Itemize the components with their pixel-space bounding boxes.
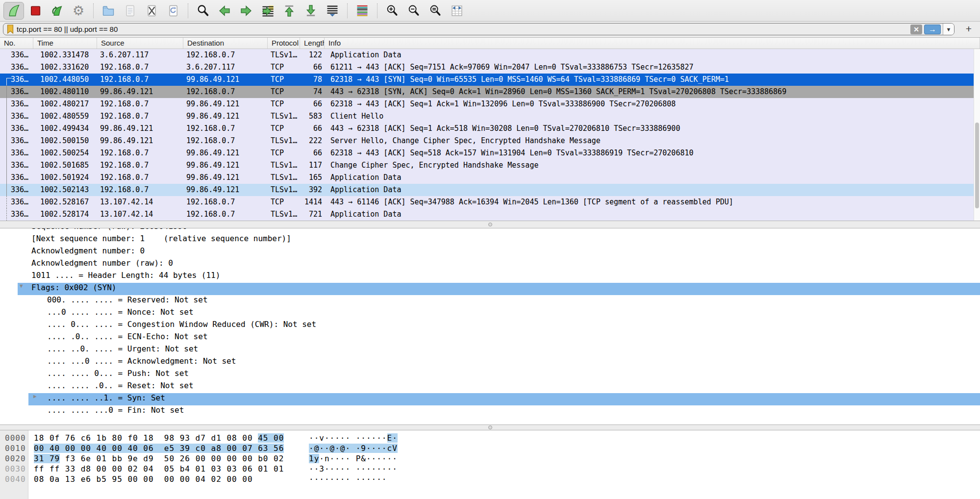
column-header-info[interactable]: Info [325, 38, 980, 49]
go-last-packet-button[interactable] [301, 2, 321, 20]
find-packet-button[interactable] [193, 2, 213, 20]
column-header-length[interactable]: Length [300, 38, 325, 49]
filter-clear-button[interactable]: ✕ [910, 25, 922, 34]
resize-columns-icon [450, 4, 464, 18]
packet-row[interactable]: 336…1002.480217192.168.0.799.86.49.121TC… [0, 98, 980, 110]
hex-ascii[interactable]: ··v····· ······E· [309, 433, 398, 443]
display-filter-field[interactable]: ✕ → ▼ [3, 23, 955, 35]
detail-row[interactable]: 1011 .... = Header Length: 44 bytes (11) [0, 271, 980, 283]
scrollbar-thumb[interactable] [975, 123, 979, 208]
column-header-no[interactable]: No. [0, 38, 33, 49]
detail-row[interactable]: Sequence number (raw): 2605041990 [0, 228, 980, 234]
detail-row[interactable]: .... .... .0.. = Reset: Not set [0, 381, 980, 393]
detail-text: Acknowledgment number (raw): 0 [31, 258, 173, 268]
close-file-button[interactable] [141, 2, 162, 20]
detail-row[interactable]: .... .... ...0 = Fin: Not set [0, 405, 980, 418]
packet-cell-destination: 99.86.49.121 [183, 159, 268, 172]
go-first-packet-button[interactable] [279, 2, 300, 20]
expander-closed-icon[interactable]: ▶ [33, 393, 37, 399]
hex-bytes[interactable]: 00 40 00 00 40 00 40 06 e5 39 c0 a8 00 0… [34, 444, 284, 453]
packet-cell-no: 336… [0, 196, 33, 208]
zoom-in-button[interactable] [382, 2, 402, 20]
hex-bytes[interactable]: ff ff 33 d8 00 00 02 04 05 b4 01 03 03 0… [34, 464, 284, 474]
bookmark-icon[interactable] [7, 25, 14, 34]
hex-ascii[interactable]: 1y·n···· P&······ [309, 454, 398, 463]
auto-scroll-icon [326, 4, 339, 18]
hex-offset: 0040 [5, 474, 26, 484]
column-header-source[interactable]: Source [97, 38, 183, 49]
packet-row[interactable]: 336…1002.50015099.86.49.121192.168.0.7TL… [0, 135, 980, 147]
save-file-button[interactable] [120, 2, 140, 20]
details-bytes-splitter[interactable] [0, 424, 980, 430]
capture-options-button[interactable]: ⚙ [68, 2, 89, 20]
colorize-packets-button[interactable] [352, 2, 373, 20]
column-header-destination[interactable]: Destination [183, 38, 268, 49]
packet-cell-protocol: TCP [268, 123, 300, 135]
hex-ascii[interactable]: ········ ······ [309, 474, 387, 484]
expander-open-icon[interactable]: ▼ [20, 283, 23, 289]
detail-row[interactable]: .... .0.. .... = ECN-Echo: Not set [0, 332, 980, 344]
arrow-left-icon [218, 4, 231, 18]
go-back-button[interactable] [214, 2, 235, 20]
packet-row[interactable]: 336…1002.501685192.168.0.799.86.49.121TL… [0, 159, 980, 172]
zoom-out-button[interactable] [403, 2, 424, 20]
toolbar-separator [93, 3, 94, 18]
packet-row[interactable]: 336…1002.52816713.107.42.14192.168.0.7TC… [0, 196, 980, 208]
detail-row[interactable]: Acknowledgment number (raw): 0 [0, 258, 980, 271]
detail-row[interactable]: 000. .... .... = Reserved: Not set [0, 295, 980, 307]
chevron-down-icon[interactable]: ▼ [943, 24, 954, 35]
packet-cell-info: Client Hello [325, 110, 980, 123]
start-capture-button[interactable] [3, 2, 24, 20]
restart-capture-button[interactable] [47, 2, 67, 20]
packet-row[interactable]: 336…1002.502143192.168.0.799.86.49.121TL… [0, 184, 980, 196]
hex-row: 002031 79 f3 6e 01 bb 9e d9 50 26 00 00 … [0, 454, 980, 464]
detail-row[interactable]: Acknowledgment number: 0 [0, 246, 980, 258]
detail-text: 000. .... .... = Reserved: Not set [47, 295, 208, 304]
list-details-splitter[interactable] [0, 221, 980, 228]
packet-cell-length: 117 [300, 159, 325, 172]
packet-cell-no: 336… [0, 110, 33, 123]
hex-ascii[interactable]: ··3····· ········ [309, 464, 398, 474]
column-header-time[interactable]: Time [33, 38, 97, 49]
resize-columns-button[interactable] [447, 2, 467, 20]
detail-row[interactable]: [Next sequence number: 1 (relative seque… [0, 234, 980, 246]
packet-row[interactable]: 336…1002.448050192.168.0.799.86.49.121TC… [0, 74, 980, 86]
detail-row[interactable]: .... ..0. .... = Urgent: Not set [0, 344, 980, 356]
auto-scroll-button[interactable] [322, 2, 343, 20]
go-to-packet-button[interactable] [257, 2, 278, 20]
hex-bytes[interactable]: 31 79 f3 6e 01 bb 9e d9 50 26 00 00 00 0… [34, 454, 284, 463]
packet-row[interactable]: 336…1002.331620192.168.0.73.6.207.117TCP… [0, 61, 980, 74]
open-file-button[interactable] [98, 2, 119, 20]
detail-text: .... ..0. .... = Urgent: Not set [47, 344, 198, 353]
packet-row[interactable]: 336…1002.52817413.107.42.14192.168.0.7TL… [0, 208, 980, 221]
packet-list-header: No. Time Source Destination Protocol Len… [0, 38, 980, 49]
packet-row[interactable]: 336…1002.49943499.86.49.121192.168.0.7TC… [0, 123, 980, 135]
detail-row[interactable]: .... ...0 .... = Acknowledgment: Not set [0, 356, 980, 369]
detail-row[interactable]: ...0 .... .... = Nonce: Not set [0, 307, 980, 320]
detail-row[interactable]: ▶.... .... ..1. = Syn: Set [0, 393, 980, 405]
packet-list-scrollbar[interactable] [974, 49, 980, 221]
packet-row[interactable]: 336…1002.480559192.168.0.799.86.49.121TL… [0, 110, 980, 123]
packet-row[interactable]: 336…1002.500254192.168.0.799.86.49.121TC… [0, 147, 980, 159]
packet-cell-source: 192.168.0.7 [97, 184, 183, 196]
zoom-original-button[interactable] [425, 2, 446, 20]
filter-apply-button[interactable]: → [924, 25, 941, 34]
conversation-mark-icon [6, 110, 12, 123]
packet-cell-info: Application Data [325, 49, 980, 61]
filter-input[interactable] [14, 24, 910, 35]
stop-capture-button[interactable] [25, 2, 46, 20]
packet-row[interactable]: 336…1002.48011099.86.49.121192.168.0.7TC… [0, 86, 980, 98]
hex-row: 0030ff ff 33 d8 00 00 02 04 05 b4 01 03 … [0, 464, 980, 474]
packet-row[interactable]: 336…1002.501924192.168.0.799.86.49.121TL… [0, 172, 980, 184]
detail-row[interactable]: ▼Flags: 0x002 (SYN) [0, 283, 980, 295]
reload-file-button[interactable] [163, 2, 183, 20]
add-filter-button[interactable]: + [961, 23, 976, 35]
hex-bytes[interactable]: 08 0a 13 e6 b5 95 00 00 00 00 04 02 00 0… [34, 474, 253, 484]
go-forward-button[interactable] [236, 2, 256, 20]
hex-ascii[interactable]: ·@··@·@· ·9····cV [309, 444, 398, 453]
packet-row[interactable]: 336…1002.3314783.6.207.117192.168.0.7TLS… [0, 49, 980, 61]
column-header-protocol[interactable]: Protocol [268, 38, 300, 49]
detail-row[interactable]: .... 0... .... = Congestion Window Reduc… [0, 320, 980, 332]
hex-bytes[interactable]: 18 0f 76 c6 1b 80 f0 18 98 93 d7 d1 08 0… [34, 433, 284, 443]
detail-row[interactable]: .... .... 0... = Push: Not set [0, 369, 980, 381]
